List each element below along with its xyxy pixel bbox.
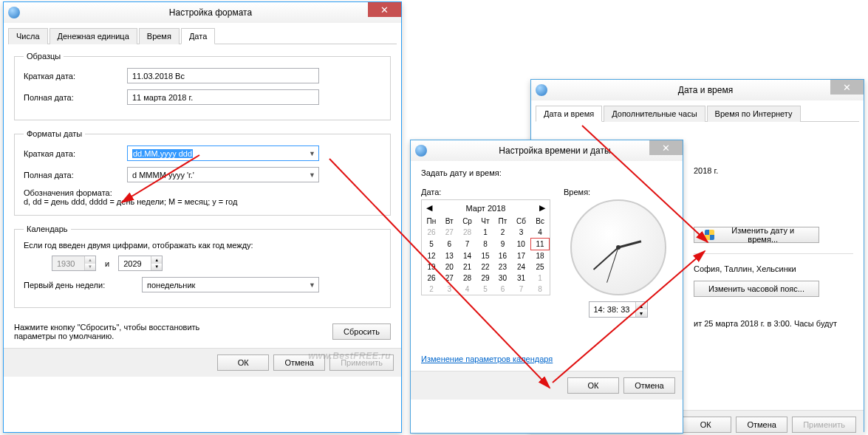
cal-day[interactable]: 11: [531, 239, 550, 250]
close-button[interactable]: ✕: [649, 140, 683, 155]
cal-day[interactable]: 9: [493, 239, 511, 250]
reset-button[interactable]: Сбросить: [332, 323, 391, 340]
long-format-label: Полная дата:: [24, 171, 127, 179]
cal-day[interactable]: 23: [493, 261, 511, 273]
cal-day[interactable]: 7: [511, 284, 530, 295]
cal-day[interactable]: 24: [511, 261, 530, 273]
cal-day[interactable]: 8: [531, 284, 550, 295]
cal-day[interactable]: 3: [511, 227, 530, 239]
cal-day[interactable]: 29: [477, 273, 494, 284]
window-format: Настройка формата ✕ Числа Денежная едини…: [3, 1, 402, 433]
apply-button[interactable]: Применить: [792, 417, 856, 433]
titlebar[interactable]: Настройка формата ✕: [4, 2, 401, 23]
cal-day[interactable]: 3: [441, 284, 458, 295]
cal-day[interactable]: 31: [511, 273, 530, 284]
cal-day[interactable]: 4: [458, 284, 477, 295]
tab-additional-clocks[interactable]: Дополнительные часы: [604, 106, 705, 122]
spin-down[interactable]: ▼: [636, 309, 647, 317]
formats-group: Форматы даты Краткая дата: dd.MM.yyyy dd…: [14, 129, 391, 216]
cal-month[interactable]: Март 2018: [466, 204, 506, 213]
cal-day[interactable]: 1: [531, 273, 550, 284]
cal-day[interactable]: 6: [441, 239, 458, 250]
calendar[interactable]: ◀ Март 2018 ▶ ПнВтСрЧтПтСбВс 26272812345…: [421, 199, 550, 295]
cal-day[interactable]: 16: [493, 250, 511, 262]
first-day-combo[interactable]: понедельник ▼: [142, 277, 319, 292]
cal-day[interactable]: 2: [493, 227, 511, 239]
spin-up[interactable]: ▲: [636, 302, 647, 309]
short-date-label: Краткая дата:: [24, 72, 127, 81]
cal-day[interactable]: 15: [477, 250, 494, 262]
change-tz-button[interactable]: Изменить часовой пояс...: [694, 281, 819, 297]
year-to-field[interactable]: 2029 ▲▼: [118, 256, 163, 271]
cal-day[interactable]: 4: [531, 227, 550, 239]
tab-internet-time[interactable]: Время по Интернету: [707, 106, 801, 122]
cal-day[interactable]: 12: [422, 250, 441, 262]
cal-day[interactable]: 28: [458, 273, 477, 284]
cal-day[interactable]: 20: [441, 261, 458, 273]
samples-group: Образцы Краткая дата: 11.03.2018 Вс Полн…: [14, 52, 391, 120]
close-button[interactable]: ✕: [368, 2, 401, 17]
close-button[interactable]: ✕: [830, 80, 864, 95]
cal-day[interactable]: 5: [477, 284, 494, 295]
ok-button[interactable]: ОК: [680, 417, 731, 433]
cal-day[interactable]: 10: [511, 239, 530, 250]
cal-next[interactable]: ▶: [539, 203, 545, 213]
cal-day[interactable]: 22: [477, 261, 494, 273]
meaning-label: Обозначения формата:: [24, 188, 381, 197]
cal-day[interactable]: 18: [531, 250, 550, 262]
tab-datetime[interactable]: Дата и время: [536, 106, 602, 122]
long-format-combo[interactable]: d MMMM yyyy 'г.' ▼: [127, 167, 319, 182]
cal-day[interactable]: 13: [441, 250, 458, 262]
ok-button[interactable]: ОК: [217, 354, 269, 371]
spin-up[interactable]: ▲: [151, 256, 162, 264]
date-label: Дата:: [421, 188, 550, 196]
cancel-button[interactable]: Отмена: [623, 377, 675, 394]
tz-text: София, Таллин, Хельсинки: [694, 264, 853, 273]
cal-day[interactable]: 26: [422, 273, 441, 284]
titlebar[interactable]: Настройка времени и даты ✕: [411, 140, 683, 161]
window-settime: Настройка времени и даты ✕ Задать дату и…: [410, 140, 683, 434]
long-date-sample: 11 марта 2018 г.: [127, 89, 319, 105]
tab-time[interactable]: Время: [139, 28, 180, 44]
time-spinner[interactable]: 14: 38: 33 ▲▼: [589, 301, 648, 318]
ok-button[interactable]: ОК: [567, 377, 619, 394]
change-date-button[interactable]: Изменить дату и время...: [694, 227, 819, 243]
tab-currency[interactable]: Денежная единица: [49, 28, 137, 44]
cal-day[interactable]: 27: [441, 227, 458, 239]
cal-prev[interactable]: ◀: [426, 203, 432, 213]
cal-day[interactable]: 14: [458, 250, 477, 262]
cal-day[interactable]: 2: [422, 284, 441, 295]
titlebar[interactable]: Дата и время ✕: [531, 80, 864, 100]
first-day-label: Первый день недели:: [24, 281, 142, 290]
cal-day[interactable]: 8: [477, 239, 494, 250]
cal-day[interactable]: 19: [422, 261, 441, 273]
cal-day[interactable]: 21: [458, 261, 477, 273]
chevron-down-icon: ▼: [309, 281, 315, 289]
window-title: Настройка формата: [20, 7, 401, 18]
short-format-combo[interactable]: dd.MM.yyyy ddd ▼: [127, 145, 319, 161]
shield-icon: [705, 230, 714, 240]
date-text: 2018 г.: [694, 166, 853, 175]
tab-numbers[interactable]: Числа: [8, 28, 48, 44]
tabs: Числа Денежная единица Время Дата: [8, 27, 397, 44]
reset-hint: Нажмите кнопку "Сбросить", чтобы восстан…: [14, 323, 236, 340]
cal-day[interactable]: 1: [477, 227, 494, 239]
cal-day[interactable]: 28: [458, 227, 477, 239]
spin-down[interactable]: ▼: [151, 264, 162, 271]
app-icon: [536, 84, 547, 96]
tab-date[interactable]: Дата: [181, 28, 215, 44]
cal-day[interactable]: 26: [422, 227, 441, 239]
window-title: Настройка времени и даты: [427, 145, 683, 156]
cal-day[interactable]: 6: [493, 284, 511, 295]
cal-day[interactable]: 25: [531, 261, 550, 273]
cal-day[interactable]: 7: [458, 239, 477, 250]
cal-day[interactable]: 30: [493, 273, 511, 284]
calendar-group: Календарь Если год введен двумя цифрами,…: [14, 225, 391, 308]
cancel-button[interactable]: Отмена: [736, 417, 787, 433]
calendar-params-link[interactable]: Изменение параметров календаря: [421, 354, 553, 363]
cal-day[interactable]: 5: [422, 239, 441, 250]
set-label: Задать дату и время:: [421, 168, 672, 177]
cal-day[interactable]: 27: [441, 273, 458, 284]
watermark: www.BestFREE.ru: [308, 351, 391, 361]
cal-day[interactable]: 17: [511, 250, 530, 262]
